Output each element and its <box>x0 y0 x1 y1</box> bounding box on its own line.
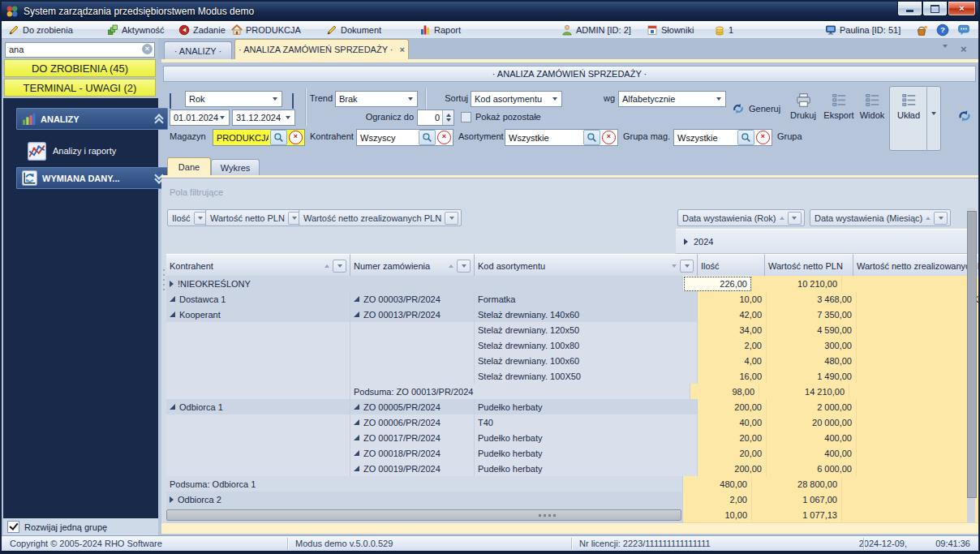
period-select[interactable]: Rok <box>185 91 282 107</box>
print-button[interactable]: Drukuj <box>785 92 821 120</box>
table-cell[interactable]: 0,00 <box>849 384 980 400</box>
table-cell[interactable]: 0,00 <box>857 353 980 369</box>
column-header-wartosc-netto-zrealizowanych[interactable]: Wartość netto zrealizowanych PLN <box>853 254 980 277</box>
refresh-button[interactable] <box>957 109 972 123</box>
expander-icon[interactable] <box>170 404 175 410</box>
tab-close-icon[interactable]: × <box>400 45 405 54</box>
menu-item-admin[interactable]: ADMIN [ID: 2] <box>561 21 631 39</box>
table-cell[interactable]: 0,00 <box>857 399 980 415</box>
generate-button[interactable]: Generuj <box>732 102 780 115</box>
table-cell[interactable]: Pudełko herbaty <box>475 430 698 446</box>
table-cell[interactable]: 0,00 <box>857 430 980 446</box>
table-row[interactable]: ZO 00017/PR/2024Pudełko herbaty20,00400,… <box>166 430 980 445</box>
table-cell[interactable]: 0,00 <box>857 322 980 338</box>
table-cell[interactable]: 0,00 <box>842 476 980 492</box>
checkbox-checked-icon[interactable] <box>7 521 19 533</box>
table-cell[interactable]: Podsuma: ZO 00013/PR/2024 <box>350 384 690 400</box>
table-cell[interactable]: 300,00 <box>767 337 857 354</box>
table-cell[interactable]: Odbiorca 1 <box>166 399 350 415</box>
search-input[interactable] <box>5 42 155 58</box>
view-tab-dane[interactable]: Dane <box>167 157 211 176</box>
table-cell[interactable]: Podsuma: Odbiorca 1 <box>166 476 683 492</box>
table-cell[interactable]: 0,00 <box>842 507 980 523</box>
table-cell[interactable]: 6 000,00 <box>767 461 857 477</box>
table-cell[interactable] <box>166 322 350 338</box>
column-header-ilosc[interactable]: Ilość <box>698 254 765 277</box>
menu-item-dokument[interactable]: Dokument <box>326 21 381 39</box>
expander-icon[interactable] <box>684 238 688 245</box>
table-cell[interactable]: 4,00 <box>698 353 767 369</box>
clear-filter-icon[interactable]: × <box>437 131 451 144</box>
minimize-button[interactable] <box>897 2 922 16</box>
table-cell[interactable]: 10,00 <box>683 507 752 523</box>
table-cell[interactable]: Kooperant <box>166 307 350 323</box>
table-cell[interactable]: Stelaż drewniany. 100X50 <box>475 368 698 384</box>
table-cell[interactable]: 1 077,13 <box>752 507 842 523</box>
table-cell[interactable]: ZO 00019/PR/2024 <box>350 461 475 477</box>
table-row[interactable]: Stelaż drewniany. 120x5034,004 590,000,0… <box>166 322 980 337</box>
table-cell[interactable]: 20,00 <box>698 445 767 462</box>
vertical-scrollbar[interactable] <box>967 208 975 523</box>
menu-item-operator[interactable]: Paulina [ID: 51] <box>825 21 900 39</box>
expander-icon[interactable] <box>354 435 359 440</box>
table-row[interactable]: Stelaż drewniany. 100x604,00480,000,00 <box>166 353 980 368</box>
table-cell[interactable]: 0,00 <box>842 276 980 292</box>
table-cell[interactable]: 20 000,00 <box>767 414 857 431</box>
table-cell[interactable]: 400,00 <box>767 430 857 446</box>
table-cell[interactable]: 0,00 <box>857 307 980 323</box>
todo-button[interactable]: DO ZROBIENIA (45) <box>4 59 156 77</box>
expander-icon[interactable] <box>170 496 174 503</box>
tab-strip-close-icon[interactable]: × <box>961 43 967 55</box>
table-cell[interactable]: ZO 00005/PR/2024 <box>350 399 475 415</box>
stepper-arrows-icon[interactable] <box>442 110 453 125</box>
table-cell[interactable]: 0,00 <box>857 337 980 354</box>
menu-item-produkcja[interactable]: PRODUKCJA <box>231 21 301 39</box>
table-row[interactable]: ZO 00006/PR/2024T4040,0020 000,000,00 <box>166 414 980 430</box>
menu-item-slowniki[interactable]: Słowniki <box>647 21 694 39</box>
expander-icon[interactable] <box>354 404 359 410</box>
table-cell[interactable]: 7 350,00 <box>767 307 857 323</box>
header-filter-icon[interactable] <box>333 260 346 273</box>
table-cell[interactable]: Dostawca 1 <box>166 291 350 307</box>
expander-icon[interactable] <box>170 311 175 317</box>
clear-filter-icon[interactable]: × <box>289 131 303 144</box>
chip-wartosc-netto[interactable]: Wartość netto PLN <box>205 209 305 226</box>
table-cell[interactable]: 400,00 <box>767 445 857 462</box>
table-cell[interactable]: 480,00 <box>767 353 857 369</box>
lookup-button[interactable] <box>583 130 600 145</box>
table-cell[interactable]: ZO 00013/PR/2024 <box>350 307 475 323</box>
limit-stepper[interactable]: 0 <box>417 110 454 126</box>
terminal-button[interactable]: TERMINAL - UWAGI (2) <box>4 79 156 97</box>
scrollbar-thumb[interactable] <box>967 211 977 498</box>
previous-period-button[interactable] <box>170 93 171 108</box>
date-to-field[interactable]: 31.12.2024 <box>232 110 295 126</box>
menu-item-zadanie[interactable]: Zadanie <box>178 21 226 39</box>
table-cell[interactable] <box>166 368 350 384</box>
table-cell[interactable]: 1 490,00 <box>767 368 857 384</box>
table-cell[interactable] <box>166 445 350 462</box>
chip-dropdown-icon[interactable] <box>445 212 458 225</box>
table-row[interactable]: Odbiorca 22,001 067,000,00 <box>166 492 980 507</box>
table-cell[interactable] <box>166 337 350 354</box>
table-row[interactable]: Stelaż drewniany. 100x802,00300,000,00 <box>166 337 980 353</box>
horizontal-scrollbar[interactable] <box>166 509 681 521</box>
table-cell[interactable]: 42,00 <box>698 307 767 323</box>
magazyn-field[interactable]: PRODUKCJA × <box>213 129 305 146</box>
table-cell[interactable] <box>350 368 475 384</box>
table-row[interactable]: !NIEOKREŚLONY226,0010 210,000,00 <box>166 276 980 291</box>
table-cell[interactable]: ZO 00003/PR/2024 <box>350 291 475 307</box>
table-cell[interactable]: 20,00 <box>698 430 767 446</box>
table-row[interactable]: Podsuma: Odbiorca 1480,0028 800,000,00 <box>166 476 980 492</box>
expander-icon[interactable] <box>354 296 359 302</box>
table-cell[interactable]: 3 468,00 <box>857 291 980 307</box>
table-cell[interactable]: 10 210,00 <box>752 276 842 292</box>
table-row[interactable]: Dostawca 1ZO 00003/PR/2024Formatka10,003… <box>166 291 980 307</box>
close-button[interactable]: × <box>948 2 976 16</box>
view-button[interactable]: Widok <box>857 92 888 120</box>
table-cell[interactable] <box>350 337 475 354</box>
chip-data-wystawienia-miesiac[interactable]: Data wystawienia (Miesiąc) <box>810 209 951 226</box>
sidebar-group-wymiana-danych[interactable]: WYMIANA DANY... <box>16 167 168 189</box>
menu-item-currency[interactable]: 1 <box>714 21 733 39</box>
expander-icon[interactable] <box>354 419 359 425</box>
sidebar-group-analizy[interactable]: ANALIZY <box>16 108 168 130</box>
